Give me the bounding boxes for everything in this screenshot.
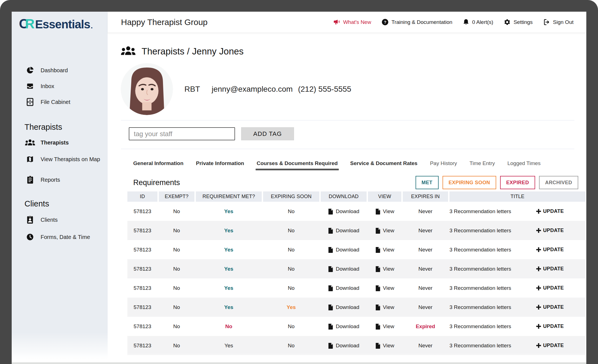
tab-time-entry[interactable]: Time Entry (469, 160, 495, 170)
column-header-title: TITLE (449, 191, 585, 202)
view-label: View (383, 208, 394, 215)
document-icon (328, 266, 333, 272)
tab-logged-times[interactable]: Logged Times (507, 160, 540, 170)
cell-requirement-met: Yes (196, 221, 262, 240)
update-button[interactable]: UPDATE (536, 208, 564, 214)
sidebar-item-therapists[interactable]: Therapists (12, 136, 108, 149)
therapist-email: jenny@exampleco.com (212, 85, 293, 94)
cell-exempt: No (159, 221, 194, 240)
cell-id: 578123 (127, 259, 157, 278)
settings-link[interactable]: Settings (504, 19, 533, 26)
column-header-id: ID (127, 191, 157, 202)
update-label: UPDATE (543, 208, 564, 214)
plus-icon (536, 343, 541, 348)
download-link[interactable]: Download (321, 259, 367, 278)
filter-archived-button[interactable]: ARCHIVED (539, 176, 578, 189)
download-link[interactable]: Download (321, 240, 367, 259)
tab-pay-history[interactable]: Pay History (430, 160, 457, 170)
cell-expires-in: Never (403, 298, 448, 317)
sidebar-item-file-cabinet[interactable]: File Cabinet (12, 96, 108, 108)
app-window: CREssentials. Dashboard Inbox File Cabin… (12, 12, 586, 364)
view-link[interactable]: View (368, 221, 401, 240)
sidebar-item-clients[interactable]: Clients (12, 214, 108, 226)
cell-id: 578123 (127, 336, 157, 355)
filter-expired-button[interactable]: EXPIRED (500, 176, 535, 189)
download-label: Download (336, 266, 359, 272)
sign-out-link[interactable]: Sign Out (543, 19, 574, 26)
table-row: 578123NoYesYesDownloadViewNever3 Recomme… (127, 298, 585, 317)
sidebar-item-reports[interactable]: Reports (12, 174, 108, 186)
view-link[interactable]: View (368, 298, 401, 317)
document-icon (328, 285, 333, 291)
plus-icon (536, 286, 541, 290)
tab-courses-documents-required[interactable]: Courses & Documents Required (257, 160, 338, 170)
cell-requirement-met: Yes (196, 278, 262, 298)
tab-private-information[interactable]: Private Information (196, 160, 244, 170)
download-link[interactable]: Download (321, 202, 367, 221)
column-header-requirement-met: REQUIREMENT MET? (196, 191, 262, 202)
filter-met-button[interactable]: MET (416, 176, 439, 189)
cell-expiring-soon: No (263, 259, 319, 278)
sidebar-item-inbox[interactable]: Inbox (12, 80, 108, 92)
top-bar: Happy Therapist Group What's New ? Train… (108, 12, 586, 33)
download-label: Download (336, 285, 359, 291)
sidebar-item-view-therapists-on-map[interactable]: View Therapists on Map (12, 153, 108, 165)
alerts-link[interactable]: 0 Alert(s) (463, 19, 493, 26)
view-label: View (383, 247, 394, 253)
therapist-info: RBT jenny@exampleco.com (212) 555-5555 (184, 85, 351, 94)
document-icon (328, 246, 333, 253)
update-label: UPDATE (543, 285, 564, 291)
whats-new-link[interactable]: What's New (333, 19, 371, 26)
sidebar-item-forms-date-time[interactable]: Forms, Date & Time (12, 231, 108, 243)
update-button[interactable]: UPDATE (536, 323, 564, 329)
download-link[interactable]: Download (321, 317, 367, 336)
cell-title: 3 Recommendation lettersUPDATE (449, 240, 585, 259)
view-link[interactable]: View (368, 202, 401, 221)
filter-expiring-soon-button[interactable]: EXPIRING SOON (443, 176, 496, 189)
view-label: View (383, 304, 394, 310)
update-label: UPDATE (543, 266, 564, 272)
column-header-expiring-soon: EXPIRING SOON (263, 191, 319, 202)
cell-title: 3 Recommendation lettersUPDATE (449, 298, 585, 317)
tab-general-information[interactable]: General Information (133, 160, 184, 170)
cell-exempt: No (159, 298, 194, 317)
requirement-title: 3 Recommendation letters (449, 228, 511, 234)
cell-title: 3 Recommendation lettersUPDATE (449, 202, 585, 221)
add-tag-button[interactable]: ADD TAG (241, 127, 294, 140)
update-button[interactable]: UPDATE (536, 266, 564, 272)
logo-wordmark: Essentials (35, 18, 90, 31)
download-link[interactable]: Download (321, 221, 367, 240)
training-documentation-link[interactable]: ? Training & Documentation (382, 19, 452, 26)
settings-label: Settings (513, 19, 533, 25)
update-label: UPDATE (543, 323, 564, 329)
view-link[interactable]: View (368, 336, 401, 355)
download-link[interactable]: Download (321, 336, 367, 355)
view-link[interactable]: View (368, 278, 401, 298)
tag-section: ADD TAG (129, 127, 586, 140)
download-link[interactable]: Download (321, 278, 367, 298)
tab-service-document-rates[interactable]: Service & Document Rates (350, 160, 417, 170)
update-button[interactable]: UPDATE (536, 285, 564, 291)
sidebar-label: Forms, Date & Time (41, 234, 90, 240)
download-label: Download (336, 323, 359, 330)
sidebar-label: Dashboard (41, 67, 68, 74)
download-link[interactable]: Download (321, 298, 367, 317)
sidebar-item-dashboard[interactable]: Dashboard (12, 64, 108, 76)
view-link[interactable]: View (368, 259, 401, 278)
table-row: 578123NoYesNoDownloadViewNever3 Recommen… (127, 240, 585, 259)
table-row: 578123NoNoNoDownloadViewExpired3 Recomme… (127, 317, 585, 336)
update-button[interactable]: UPDATE (536, 304, 564, 310)
tag-input[interactable] (129, 127, 235, 140)
document-icon (375, 227, 380, 234)
table-row: 578123NoYesNoDownloadViewNever3 Recommen… (127, 336, 585, 355)
requirements-heading: Requirements (133, 178, 180, 187)
update-button[interactable]: UPDATE (536, 228, 564, 233)
update-button[interactable]: UPDATE (536, 343, 564, 348)
document-icon (375, 342, 380, 349)
cell-exempt: No (159, 317, 194, 336)
cell-title: 3 Recommendation lettersUPDATE (449, 336, 585, 355)
cell-requirement-met: Yes (196, 298, 262, 317)
update-button[interactable]: UPDATE (536, 247, 564, 253)
view-link[interactable]: View (368, 317, 401, 336)
view-link[interactable]: View (368, 240, 401, 259)
